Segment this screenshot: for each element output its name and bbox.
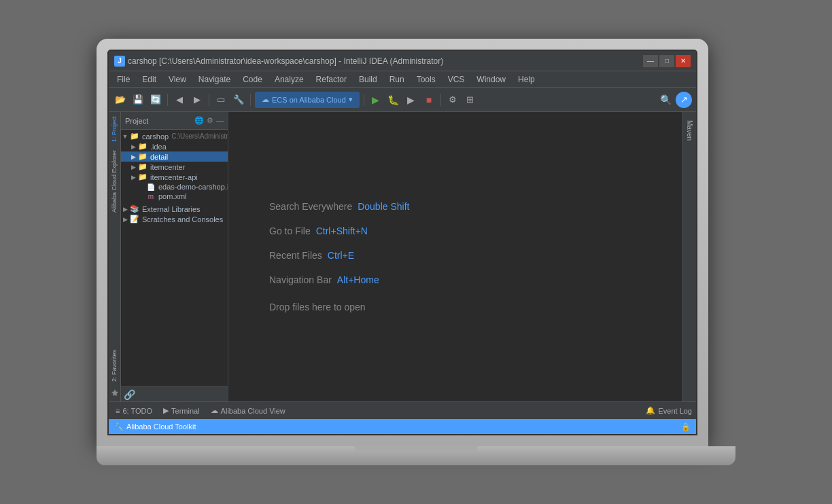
menu-tools[interactable]: Tools — [411, 73, 441, 86]
edit-config-btn[interactable]: ▭ — [213, 92, 228, 107]
panel-link-icon[interactable]: 🔗 — [124, 389, 135, 400]
open-folder-btn[interactable]: 📂 — [113, 92, 128, 107]
sync-btn[interactable]: 🔄 — [148, 92, 163, 107]
project-panel: Project 🌐 ⚙ — ▼ — [121, 112, 228, 401]
panel-bottom-strip: 🔗 — [121, 386, 228, 401]
itemcenter-label: itemcenter — [150, 163, 185, 171]
right-panel: Maven — [682, 112, 696, 401]
separator-2 — [209, 94, 209, 106]
menu-view[interactable]: View — [163, 73, 192, 86]
itemcenter-folder-icon: 📁 — [137, 162, 148, 171]
lock-icon: 🔒 — [681, 422, 691, 431]
left-strip: 1: Project Alibaba Cloud Explorer 2: Fav… — [109, 112, 121, 401]
favorites-icon[interactable] — [109, 386, 120, 401]
intellij-icon: J — [114, 56, 125, 67]
tree-item-pom[interactable]: ▶ m pom.xml — [121, 192, 228, 201]
back-btn[interactable]: ◀ — [172, 92, 187, 107]
alibaba-cloud-view-tab[interactable]: ☁ Alibaba Cloud View — [208, 405, 288, 416]
run-button[interactable]: ▶ — [368, 92, 383, 107]
menu-navigate[interactable]: Navigate — [193, 73, 236, 86]
menu-run[interactable]: Run — [384, 73, 410, 86]
itemcenter-arrow: ▶ — [129, 164, 137, 170]
detail-arrow: ▶ — [129, 154, 137, 160]
tree-item-scratches[interactable]: ▶ 📝 Scratches and Consoles — [121, 214, 228, 224]
menu-file[interactable]: File — [111, 73, 135, 86]
scratches-arrow: ▶ — [121, 216, 129, 223]
project-globe-icon[interactable]: 🌐 — [194, 116, 204, 125]
forward-btn[interactable]: ▶ — [190, 92, 205, 107]
pom-icon: m — [145, 193, 156, 200]
iml-file-icon: 📄 — [145, 183, 156, 191]
tree-item-external-libraries[interactable]: ▶ 📚 External Libraries — [121, 204, 228, 214]
idea-folder-icon: 📁 — [137, 142, 148, 151]
close-button[interactable]: ✕ — [676, 55, 691, 67]
alibaba-cloud-explorer-tab[interactable]: Alibaba Cloud Explorer — [109, 146, 120, 217]
goto-file-shortcut[interactable]: Ctrl+Shift+N — [316, 226, 368, 236]
pom-arrow: ▶ — [137, 193, 145, 200]
project-tab[interactable]: 1: Project — [109, 112, 120, 146]
tree-item-itemcenter-api[interactable]: ▶ 📁 itemcenter-api — [121, 172, 228, 182]
todo-label: 6: TODO — [122, 407, 152, 415]
cursor-btn[interactable]: ↗ — [676, 92, 692, 108]
welcome-panel: Search Everywhere Double Shift Go to Fil… — [228, 112, 682, 401]
svg-marker-0 — [111, 389, 118, 396]
menu-edit[interactable]: Edit — [137, 73, 162, 86]
settings-btn[interactable]: ⚙ — [445, 92, 460, 107]
ide-window: J carshop [C:\Users\Administrator\idea-w… — [109, 51, 696, 434]
scratches-label: Scratches and Consoles — [142, 215, 223, 223]
menu-window[interactable]: Window — [471, 73, 511, 86]
carshop-folder-icon: 📁 — [129, 132, 140, 141]
project-minimize-icon[interactable]: — — [216, 116, 224, 125]
maximize-button[interactable]: □ — [659, 55, 674, 67]
menu-help[interactable]: Help — [513, 73, 540, 86]
recent-files-shortcut[interactable]: Ctrl+E — [328, 250, 354, 261]
window-title: carshop [C:\Users\Administrator\idea-wor… — [128, 56, 443, 66]
cloud-view-label: Alibaba Cloud View — [221, 407, 285, 415]
separator-4 — [364, 94, 364, 106]
minimize-button[interactable]: — — [643, 55, 658, 67]
menu-vcs[interactable]: VCS — [443, 73, 470, 86]
stop-button[interactable]: ■ — [421, 92, 436, 107]
search-everywhere-item: Search Everywhere Double Shift — [269, 201, 642, 212]
search-everywhere-shortcut[interactable]: Double Shift — [358, 201, 409, 212]
cloud-dropdown-icon: ▾ — [349, 95, 353, 104]
itemcenter-api-label: itemcenter-api — [150, 173, 198, 181]
separator-3 — [250, 94, 251, 106]
alibaba-toolkit-status[interactable]: 🔧 Alibaba Cloud Toolkit — [114, 422, 196, 431]
terminal-tab[interactable]: ▶ Terminal — [160, 405, 203, 416]
tree-item-idea[interactable]: ▶ 📁 .idea — [121, 141, 228, 151]
save-btn[interactable]: 💾 — [131, 92, 145, 107]
maven-tab[interactable]: Maven — [684, 115, 695, 146]
itemcenter-api-arrow: ▶ — [129, 174, 137, 181]
todo-tab[interactable]: ≡ 6: TODO — [113, 406, 155, 416]
ext-lib-arrow: ▶ — [121, 206, 129, 213]
menu-code[interactable]: Code — [237, 73, 268, 86]
menu-analyze[interactable]: Analyze — [269, 73, 309, 86]
scratches-icon: 📝 — [129, 215, 140, 223]
project-gear-icon[interactable]: ⚙ — [207, 116, 213, 125]
debug-button[interactable]: 🐛 — [386, 92, 401, 107]
itemcenter-api-folder-icon: 📁 — [137, 173, 148, 181]
tree-item-carshop[interactable]: ▼ 📁 carshop C:\Users\Administrator\idea-… — [121, 131, 228, 141]
favorites-tab[interactable]: 2: Favorites — [109, 346, 120, 386]
main-content: 1: Project Alibaba Cloud Explorer 2: Fav… — [109, 112, 696, 401]
goto-file-item: Go to File Ctrl+Shift+N — [269, 226, 642, 236]
recent-files-label: Recent Files — [269, 250, 322, 261]
tree-item-detail[interactable]: ▶ 📁 detail — [121, 151, 228, 162]
search-btn2[interactable]: 🔧 — [231, 92, 246, 107]
tree-item-itemcenter[interactable]: ▶ 📁 itemcenter — [121, 162, 228, 172]
menu-refactor[interactable]: Refactor — [311, 73, 352, 86]
ext-lib-label: External Libraries — [142, 205, 201, 213]
layout-btn[interactable]: ⊞ — [463, 92, 478, 107]
idea-label: .idea — [150, 143, 167, 151]
nav-bar-shortcut[interactable]: Alt+Home — [337, 274, 379, 285]
search-everywhere-btn[interactable]: 🔍 — [658, 92, 673, 107]
menu-build[interactable]: Build — [353, 73, 383, 86]
tree-item-iml[interactable]: ▶ 📄 edas-demo-carshop.iml — [121, 182, 228, 192]
project-panel-title: Project — [125, 117, 148, 125]
cloud-icon: ☁ — [262, 95, 269, 104]
coverage-button[interactable]: ▶ — [404, 92, 419, 107]
nav-bar-label: Navigation Bar — [269, 274, 332, 285]
cloud-config-button[interactable]: ☁ ECS on Alibaba Cloud ▾ — [255, 92, 360, 108]
event-log-button[interactable]: 🔔 Event Log — [646, 406, 692, 415]
